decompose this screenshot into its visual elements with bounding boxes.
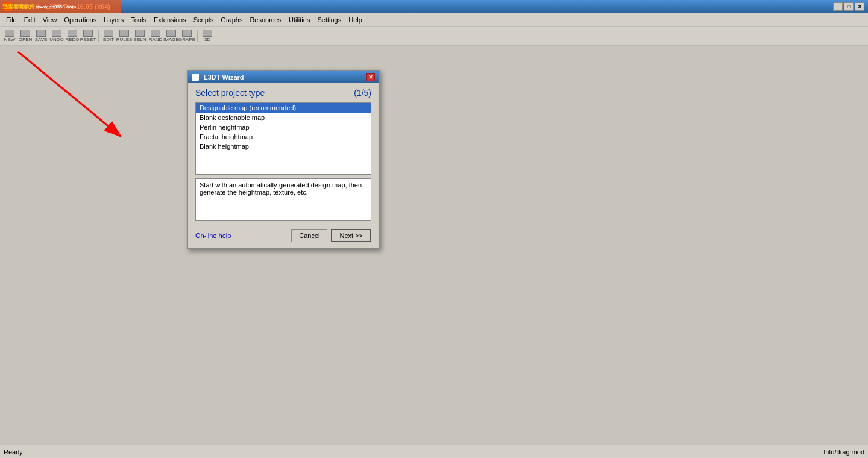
menu-item-resources[interactable]: Resources <box>246 15 285 25</box>
next-button[interactable]: Next >> <box>331 229 371 242</box>
wizard-step-indicator: (1/5) <box>354 88 371 98</box>
dialog-title-left: L3DT Wizard <box>192 74 244 81</box>
project-type-item-3[interactable]: Fractal heightmap <box>196 132 371 142</box>
menu-item-extensions[interactable]: Extensions <box>150 15 190 25</box>
footer-buttons: Cancel Next >> <box>291 229 371 242</box>
project-type-item-4[interactable]: Blank heightmap <box>196 142 371 151</box>
project-type-item-2[interactable]: Perlin heightmap <box>196 122 371 132</box>
project-type-list[interactable]: Designable map (recommended)Blank design… <box>195 102 371 175</box>
app-icon: L <box>4 2 12 11</box>
toolbar-btn-new[interactable]: NEW <box>2 29 17 43</box>
status-right: Info/drag mod <box>823 448 864 456</box>
toolbar-btn-undo[interactable]: UNDO <box>49 29 64 43</box>
workspace: L3DT Wizard ✕ Select project type (1/5) … <box>0 46 868 445</box>
title-bar-left: L Untitled - L3DT Pro 16.05 (x64) <box>4 2 833 11</box>
title-bar-controls: ─ □ ✕ <box>833 2 864 11</box>
toolbar: NEWOPENSAVEUNDOREDORESETEDITRULESSELNRAN… <box>0 27 868 46</box>
menu-item-tools[interactable]: Tools <box>127 15 150 25</box>
dialog-title-text: L3DT Wizard <box>204 74 244 81</box>
toolbar-separator <box>197 30 198 42</box>
toolbar-btn-redo[interactable]: REDO <box>65 29 80 43</box>
dialog-close-button[interactable]: ✕ <box>366 73 375 81</box>
title-text: Untitled - L3DT Pro 16.05 (x64) <box>14 3 110 10</box>
online-help-link[interactable]: On-line help <box>195 232 231 239</box>
project-type-item-1[interactable]: Blank designable map <box>196 113 371 122</box>
menu-item-layers[interactable]: Layers <box>100 15 127 25</box>
toolbar-btn-rules[interactable]: RULES <box>117 29 131 43</box>
dialog-footer: On-line help Cancel Next >> <box>188 225 379 248</box>
close-button[interactable]: ✕ <box>855 2 864 11</box>
status-bar: Ready Info/drag mod <box>0 445 868 458</box>
toolbar-btn-save[interactable]: SAVE <box>34 29 48 43</box>
dialog-header: Select project type (1/5) <box>188 83 379 100</box>
menu-item-view[interactable]: View <box>39 15 61 25</box>
svg-line-1 <box>18 52 121 136</box>
toolbar-btn-image[interactable]: IMAGE <box>164 29 178 43</box>
menu-item-utilities[interactable]: Utilities <box>285 15 313 25</box>
toolbar-separator <box>98 30 99 42</box>
toolbar-btn-reset[interactable]: RESET <box>81 29 95 43</box>
dialog-body: Designable map (recommended)Blank design… <box>188 100 379 225</box>
menu-item-scripts[interactable]: Scripts <box>190 15 218 25</box>
menu-item-settings[interactable]: Settings <box>313 15 345 25</box>
dialog-icon <box>192 74 199 81</box>
toolbar-btn-edit[interactable]: EDIT <box>101 29 116 43</box>
maximize-button[interactable]: □ <box>844 2 854 11</box>
wizard-header-title: Select project type <box>195 88 265 98</box>
toolbar-btn-grape[interactable]: GRAPE <box>180 29 194 43</box>
wizard-dialog: L3DT Wizard ✕ Select project type (1/5) … <box>187 70 380 249</box>
menu-item-help[interactable]: Help <box>345 15 366 25</box>
toolbar-btn-seln[interactable]: SELN <box>133 29 147 43</box>
dialog-title-bar: L3DT Wizard ✕ <box>188 71 379 83</box>
minimize-button[interactable]: ─ <box>833 2 843 11</box>
toolbar-btn-rand[interactable]: RAND <box>148 29 163 43</box>
menu-item-graphs[interactable]: Graphs <box>217 15 246 25</box>
cancel-button[interactable]: Cancel <box>291 229 327 242</box>
menu-item-edit[interactable]: Edit <box>20 15 39 25</box>
toolbar-btn-open[interactable]: OPEN <box>18 29 33 43</box>
status-left: Ready <box>4 448 23 456</box>
menu-item-operations[interactable]: Operations <box>60 15 100 25</box>
menu-item-file[interactable]: File <box>2 15 20 25</box>
menu-bar: FileEditViewOperationsLayersToolsExtensi… <box>0 13 868 27</box>
toolbar-btn-3d[interactable]: 3D <box>200 29 215 43</box>
project-description: Start with an automatically-generated de… <box>195 178 371 221</box>
title-bar: L Untitled - L3DT Pro 16.05 (x64) ─ □ ✕ <box>0 0 868 13</box>
project-type-item-0[interactable]: Designable map (recommended) <box>196 103 371 113</box>
